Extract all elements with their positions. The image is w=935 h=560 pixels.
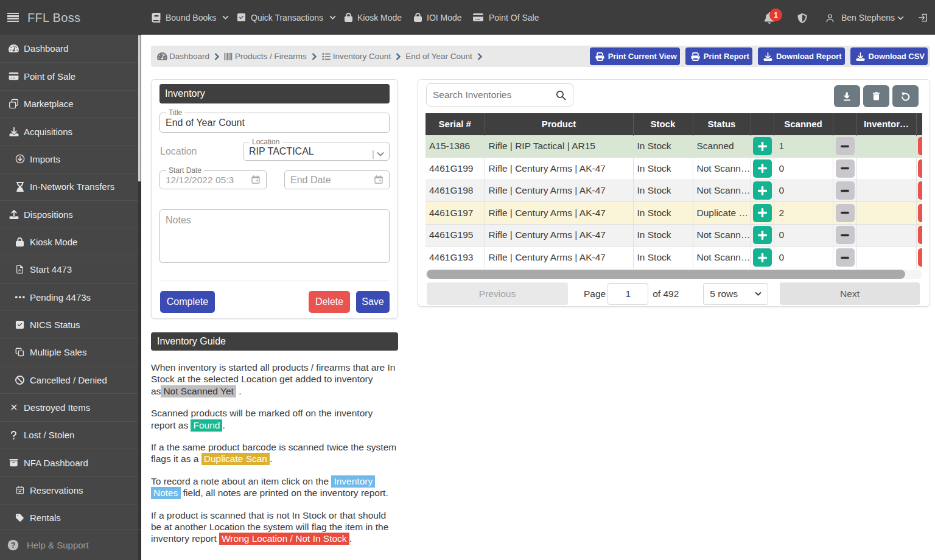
svg-text:?: ? [11,541,15,550]
